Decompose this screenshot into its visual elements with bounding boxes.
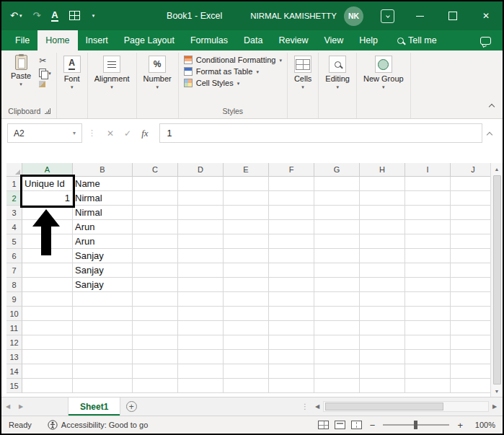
cell-F11[interactable] — [269, 321, 314, 335]
accessibility-status[interactable]: Accessibility: Good to go — [48, 420, 148, 430]
next-sheet-icon[interactable]: ▶ — [14, 397, 27, 416]
cell-I11[interactable] — [405, 321, 451, 335]
cell-E9[interactable] — [224, 292, 269, 307]
cell-C13[interactable] — [133, 350, 178, 364]
cell-D6[interactable] — [178, 249, 224, 263]
cell-G5[interactable] — [314, 234, 360, 249]
cell-I2[interactable] — [405, 191, 451, 206]
row-header-13[interactable]: 13 — [6, 350, 22, 364]
cell-A3[interactable] — [22, 206, 73, 220]
row-header-4[interactable]: 4 — [6, 220, 22, 234]
cell-I10[interactable] — [405, 307, 451, 321]
cell-C15[interactable] — [133, 379, 178, 393]
zoom-out-button[interactable]: − — [368, 420, 378, 431]
undo-button[interactable]: ↶▾ — [10, 10, 22, 21]
underline-button[interactable]: A — [51, 10, 58, 22]
cell-D1[interactable] — [178, 177, 224, 191]
tell-me[interactable]: Tell me — [397, 30, 437, 50]
cell-C9[interactable] — [133, 292, 178, 307]
cell-J15[interactable] — [451, 379, 490, 393]
zoom-slider[interactable] — [383, 420, 449, 430]
avatar[interactable]: NK — [344, 6, 363, 26]
vertical-scrollbar[interactable]: ▲ ▼ — [490, 163, 503, 397]
page-break-view-button[interactable] — [351, 421, 362, 429]
cell-B5[interactable]: Arun — [73, 234, 133, 249]
cell-I9[interactable] — [405, 292, 451, 307]
cell-F5[interactable] — [269, 234, 314, 249]
cell-E15[interactable] — [224, 379, 269, 393]
cell-J13[interactable] — [451, 350, 490, 364]
cell-I1[interactable] — [405, 177, 451, 191]
cell-I7[interactable] — [405, 263, 451, 278]
cell-A13[interactable] — [22, 350, 73, 364]
column-header-H[interactable]: H — [360, 163, 405, 177]
cell-F13[interactable] — [269, 350, 314, 364]
row-header-9[interactable]: 9 — [6, 292, 22, 307]
cell-C2[interactable] — [133, 191, 178, 206]
cell-I8[interactable] — [405, 278, 451, 292]
enter-icon[interactable]: ✓ — [124, 128, 131, 139]
editing-dropdown-button[interactable]: Editing ▾ — [324, 53, 351, 92]
cell-G7[interactable] — [314, 263, 360, 278]
redo-button[interactable]: ↷ — [32, 10, 40, 21]
row-header-7[interactable]: 7 — [6, 263, 22, 278]
cell-J12[interactable] — [451, 335, 490, 350]
cell-D3[interactable] — [178, 206, 224, 220]
cell-B2[interactable]: Nirmal — [73, 191, 133, 206]
cell-C1[interactable] — [133, 177, 178, 191]
scroll-up-icon[interactable]: ▲ — [491, 163, 503, 175]
cell-J14[interactable] — [451, 364, 490, 379]
cell-B8[interactable]: Sanjay — [73, 278, 133, 292]
cell-E11[interactable] — [224, 321, 269, 335]
format-painter-button[interactable] — [39, 81, 51, 87]
column-header-J[interactable]: J — [451, 163, 490, 177]
cell-B10[interactable] — [73, 307, 133, 321]
cell-D5[interactable] — [178, 234, 224, 249]
comments-button[interactable] — [480, 30, 491, 50]
cell-B15[interactable] — [73, 379, 133, 393]
alignment-dropdown-button[interactable]: Alignment ▾ — [93, 53, 131, 92]
close-button[interactable]: ✕ — [469, 1, 503, 30]
cell-H8[interactable] — [360, 278, 405, 292]
cell-A12[interactable] — [22, 335, 73, 350]
zoom-level[interactable]: 100% — [471, 421, 495, 429]
cell-B3[interactable]: Nirmal — [73, 206, 133, 220]
tab-review[interactable]: Review — [270, 30, 316, 50]
collapse-ribbon-button[interactable] — [490, 99, 494, 112]
cell-H6[interactable] — [360, 249, 405, 263]
row-header-5[interactable]: 5 — [6, 234, 22, 249]
cell-H15[interactable] — [360, 379, 405, 393]
row-header-8[interactable]: 8 — [6, 278, 22, 292]
tab-file[interactable]: File — [7, 30, 37, 50]
paste-button[interactable]: Paste ▾ — [8, 53, 34, 88]
sheet-tab-sheet1[interactable]: Sheet1 — [68, 397, 120, 416]
cell-B6[interactable]: Sanjay — [73, 249, 133, 263]
cell-B4[interactable]: Arun — [73, 220, 133, 234]
cell-G3[interactable] — [314, 206, 360, 220]
scroll-left-icon[interactable]: ◀ — [311, 403, 323, 410]
cell-E5[interactable] — [224, 234, 269, 249]
column-header-F[interactable]: F — [269, 163, 314, 177]
cell-H10[interactable] — [360, 307, 405, 321]
cell-B13[interactable] — [73, 350, 133, 364]
cell-I15[interactable] — [405, 379, 451, 393]
new-sheet-button[interactable]: + — [120, 397, 142, 416]
font-dropdown-button[interactable]: A Font ▾ — [62, 53, 82, 92]
cell-J1[interactable] — [451, 177, 490, 191]
cell-H5[interactable] — [360, 234, 405, 249]
row-header-1[interactable]: 1 — [6, 177, 22, 191]
cell-E4[interactable] — [224, 220, 269, 234]
cell-D12[interactable] — [178, 335, 224, 350]
user-name[interactable]: NIRMAL KAMISHETTY — [250, 12, 337, 20]
cell-C11[interactable] — [133, 321, 178, 335]
cell-F3[interactable] — [269, 206, 314, 220]
cell-E13[interactable] — [224, 350, 269, 364]
cell-J3[interactable] — [451, 206, 490, 220]
row-header-12[interactable]: 12 — [6, 335, 22, 350]
cell-G4[interactable] — [314, 220, 360, 234]
cell-J9[interactable] — [451, 292, 490, 307]
cut-button[interactable]: ✂ — [39, 56, 51, 65]
tab-view[interactable]: View — [316, 30, 351, 50]
cell-A6[interactable] — [22, 249, 73, 263]
cell-F2[interactable] — [269, 191, 314, 206]
